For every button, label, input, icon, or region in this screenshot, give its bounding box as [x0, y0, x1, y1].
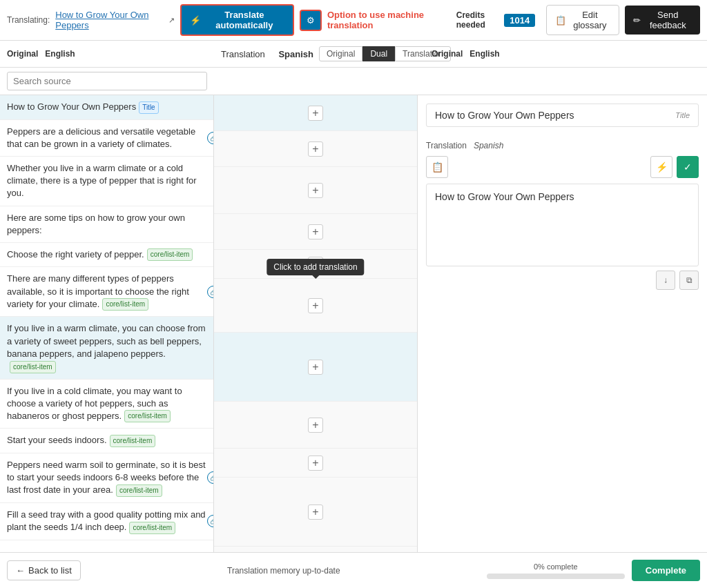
- credits-badge: 1014: [504, 14, 535, 27]
- translation-content: How to Grow Your Own Peppers: [435, 191, 574, 202]
- download-icon-button[interactable]: ↓: [656, 271, 675, 290]
- add-translation-4[interactable]: +: [308, 224, 323, 239]
- progress-bar: [487, 574, 625, 579]
- source-row-8[interactable]: If you live in a cold climate, you may w…: [0, 380, 213, 429]
- source-text-4: Here are some tips on how to grow your o…: [7, 213, 185, 235]
- core-badge-8: core/list-item: [124, 410, 171, 422]
- source-row-4[interactable]: Here are some tips on how to grow your o…: [0, 206, 213, 243]
- source-text-11: Fill a seed tray with a good quality pot…: [7, 509, 206, 532]
- main-content: How to Grow Your Own PeppersTitle Pepper…: [0, 95, 707, 552]
- translation-row-1[interactable]: +: [214, 95, 417, 131]
- progress-section: 0% complete: [487, 562, 625, 579]
- edit-glossary-label: Edit glossary: [570, 10, 610, 30]
- translation-segments-panel: + + + + + Click to add translation + + +…: [214, 95, 418, 552]
- translation-row-10[interactable]: +: [214, 478, 417, 547]
- source-text-10: Peppers need warm soil to germinate, so …: [7, 460, 206, 495]
- machine-translate-button[interactable]: ⚡: [650, 156, 672, 178]
- add-translation-8[interactable]: +: [308, 418, 323, 433]
- source-row-10[interactable]: Peppers need warm soil to germinate, so …: [0, 453, 213, 503]
- translation-row-6[interactable]: Click to add translation +: [214, 279, 417, 333]
- send-feedback-label: Send feedback: [644, 10, 692, 30]
- core-badge-5: core/list-item: [147, 248, 193, 261]
- source-row-6[interactable]: There are many different types of pepper…: [0, 267, 213, 317]
- chain-icon-10: 🔗: [207, 471, 214, 484]
- source-row-9[interactable]: Start your seeds indoors.core/list-item: [0, 429, 213, 453]
- search-input[interactable]: [7, 72, 207, 90]
- right-original-label: Original: [432, 49, 463, 59]
- top-bar: Translating: How to Grow Your Own Pepper…: [0, 0, 707, 41]
- translation-row-11[interactable]: +: [214, 547, 417, 552]
- original-lang: English: [45, 49, 75, 59]
- complete-button[interactable]: Complete: [632, 560, 700, 581]
- copy-source-button[interactable]: 📋: [426, 156, 448, 178]
- right-translation-section: Translation Spanish 📋 ⚡ ✓ How to Grow Yo…: [426, 141, 699, 290]
- add-translation-2[interactable]: +: [308, 141, 323, 157]
- translation-bottom-actions: ↓ ⧉: [426, 271, 699, 290]
- source-row-3[interactable]: Whether you live in a warm climate or a …: [0, 157, 213, 206]
- credits-label: Credits needed: [456, 10, 501, 30]
- machine-translation-note: Option to use machine translation: [327, 10, 448, 30]
- right-original-text: How to Grow Your Own Peppers: [435, 110, 574, 121]
- source-text-6: There are many different types of pepper…: [7, 273, 189, 308]
- source-row-1[interactable]: How to Grow Your Own PeppersTitle: [0, 95, 213, 120]
- add-translation-6[interactable]: +: [308, 298, 323, 313]
- right-translation-label: Translation: [426, 141, 467, 150]
- core-badge-7: core/list-item: [10, 361, 56, 373]
- source-segments-panel: How to Grow Your Own PeppersTitle Pepper…: [0, 95, 214, 552]
- source-row-11[interactable]: Fill a seed tray with a good quality pot…: [0, 503, 213, 540]
- add-translation-7[interactable]: +: [308, 360, 323, 375]
- add-translation-3[interactable]: +: [308, 183, 323, 198]
- translation-label: Translation: [221, 49, 265, 59]
- translation-lang: Spanish: [278, 49, 313, 59]
- memory-status: Translation memory up-to-date: [88, 566, 480, 576]
- click-to-add-tooltip: Click to add translation: [267, 259, 364, 275]
- arrow-left-icon: ←: [16, 565, 25, 576]
- right-original-section: How to Grow Your Own Peppers Title: [426, 104, 699, 127]
- back-to-list-button[interactable]: ← Back to list: [7, 560, 81, 580]
- source-row-7[interactable]: If you live in a warm climate, you can c…: [0, 317, 213, 379]
- title-badge-1: Title: [139, 101, 159, 114]
- translating-link[interactable]: How to Grow Your Own Peppers: [55, 10, 163, 30]
- add-translation-9[interactable]: +: [308, 455, 323, 471]
- source-text-9: Start your seeds indoors.core/list-item: [7, 435, 155, 445]
- bottom-bar: ← Back to list Translation memory up-to-…: [0, 552, 707, 588]
- translate-automatically-button[interactable]: ⚡ Translate automatically: [180, 4, 294, 36]
- right-translation-header: Translation Spanish: [426, 141, 699, 150]
- core-badge-9: core/list-item: [110, 435, 156, 447]
- core-badge-10: core/list-item: [116, 484, 162, 497]
- search-row: [0, 68, 707, 95]
- source-text-3: Whether you live in a warm climate or a …: [7, 163, 197, 198]
- tab-original[interactable]: Original: [319, 46, 362, 61]
- confirm-translation-button[interactable]: ✓: [677, 156, 699, 178]
- edit-glossary-button[interactable]: 📋 Edit glossary: [546, 5, 619, 35]
- source-row-2[interactable]: Peppers are a delicious and versatile ve…: [0, 120, 213, 157]
- translate-settings-button[interactable]: ⚙: [300, 10, 322, 31]
- right-title-badge: Title: [675, 111, 690, 119]
- send-feedback-button[interactable]: ✏ Send feedback: [625, 6, 700, 35]
- credits-section: Credits needed 1014: [456, 10, 535, 30]
- external-link-icon: ↗: [168, 16, 175, 25]
- add-translation-10[interactable]: +: [308, 504, 323, 520]
- add-translation-1[interactable]: +: [308, 106, 323, 121]
- right-original-column-header: Original English: [425, 49, 700, 59]
- column-headers: Original English Translation Spanish Ori…: [0, 41, 707, 68]
- translation-text-area[interactable]: How to Grow Your Own Peppers: [426, 184, 699, 266]
- translation-row-7[interactable]: +: [214, 333, 417, 402]
- original-column-header: Original English: [7, 49, 221, 59]
- source-row-5[interactable]: Choose the right variety of pepper.core/…: [0, 243, 213, 268]
- tab-dual[interactable]: Dual: [362, 46, 395, 61]
- source-text-1: How to Grow Your Own PeppersTitle: [7, 101, 159, 112]
- translation-row-2[interactable]: +: [214, 131, 417, 167]
- right-original-lang: English: [469, 49, 499, 59]
- translation-row-4[interactable]: +: [214, 214, 417, 250]
- translation-row-3[interactable]: +: [214, 167, 417, 214]
- back-label: Back to list: [28, 565, 72, 576]
- core-badge-11: core/list-item: [129, 522, 175, 534]
- translation-row-8[interactable]: +: [214, 402, 417, 449]
- copy-icon-button[interactable]: ⧉: [679, 271, 699, 290]
- source-text-7: If you live in a warm climate, you can c…: [7, 323, 206, 371]
- translation-row-9[interactable]: +: [214, 449, 417, 478]
- translate-btn-label: Translate automatically: [204, 10, 284, 30]
- source-text-2: Peppers are a delicious and versatile ve…: [7, 126, 195, 149]
- translation-action-buttons: 📋 ⚡ ✓: [426, 156, 699, 178]
